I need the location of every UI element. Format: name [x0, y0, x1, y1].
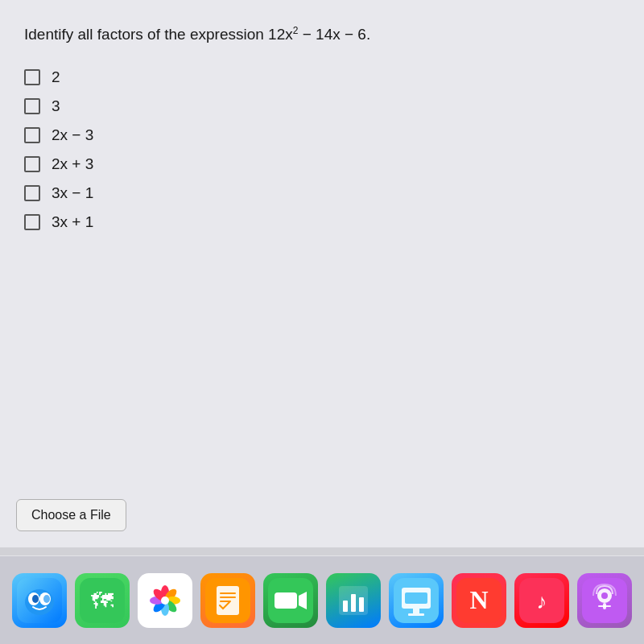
option-label-6: 3x + 1	[52, 213, 93, 231]
svg-rect-35	[405, 592, 427, 604]
svg-rect-21	[220, 597, 236, 598]
list-item[interactable]: 2x − 3	[24, 126, 620, 144]
dock-item-finder[interactable]	[12, 573, 67, 628]
list-item[interactable]: 2x + 3	[24, 155, 620, 173]
svg-rect-44	[598, 605, 611, 607]
svg-text:🗺: 🗺	[91, 588, 114, 613]
svg-rect-30	[359, 597, 364, 612]
dock-item-news[interactable]: N	[452, 573, 506, 628]
svg-rect-28	[343, 601, 348, 612]
list-item[interactable]: 3x − 1	[24, 184, 620, 202]
dock: 🗺	[0, 555, 644, 644]
svg-rect-33	[413, 609, 419, 613]
svg-text:♪: ♪	[537, 589, 547, 613]
svg-point-4	[32, 595, 39, 603]
dock-item-podcasts[interactable]	[577, 573, 632, 628]
checkbox-opt1[interactable]	[24, 69, 40, 85]
option-label-4: 2x + 3	[52, 155, 93, 173]
option-label-2: 3	[52, 97, 60, 115]
svg-point-17	[161, 597, 169, 605]
checkbox-opt6[interactable]	[24, 214, 40, 230]
svg-rect-20	[220, 592, 236, 594]
option-label-1: 2	[52, 68, 60, 86]
option-label-3: 2x − 3	[52, 126, 93, 144]
checkbox-opt4[interactable]	[24, 156, 40, 172]
svg-rect-24	[275, 592, 297, 609]
dock-item-music[interactable]: ♪	[514, 573, 569, 628]
list-item[interactable]: 2	[24, 68, 620, 86]
dock-item-maps[interactable]: 🗺	[75, 573, 130, 628]
choose-file-button[interactable]: Choose a File	[16, 499, 126, 531]
choose-file-area: Choose a File	[16, 499, 126, 531]
checkbox-opt3[interactable]	[24, 127, 40, 143]
dock-item-keynote[interactable]	[389, 573, 444, 628]
svg-point-42	[601, 592, 608, 599]
svg-point-5	[43, 595, 50, 603]
dock-item-numbers[interactable]	[326, 573, 381, 628]
checkbox-opt2[interactable]	[24, 98, 40, 114]
options-list: 2 3 2x − 3 2x + 3 3x − 1 3x + 1	[24, 68, 620, 231]
dock-item-photos[interactable]	[138, 573, 192, 628]
dock-item-pages[interactable]	[200, 573, 255, 628]
checkbox-opt5[interactable]	[24, 185, 40, 201]
svg-rect-29	[351, 594, 356, 612]
svg-text:N: N	[469, 585, 488, 614]
svg-rect-34	[408, 613, 424, 616]
option-label-5: 3x − 1	[52, 184, 93, 202]
main-content: Identify all factors of the expression 1…	[0, 0, 644, 547]
list-item[interactable]: 3	[24, 97, 620, 115]
dock-item-facetime[interactable]	[263, 573, 318, 628]
question-text: Identify all factors of the expression 1…	[24, 24, 620, 46]
list-item[interactable]: 3x + 1	[24, 213, 620, 231]
